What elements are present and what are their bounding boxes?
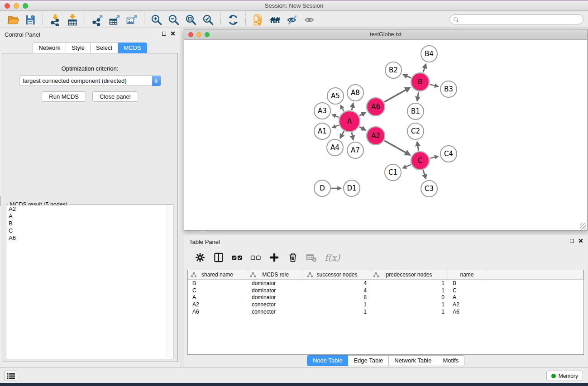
network-canvas[interactable]: B4B2BB3A5A8A6A3B1AA1C2A2A4A7C4CC1C3DD1 [184, 40, 587, 230]
cell-MCDS-role: connector [247, 301, 304, 308]
run-mcds-button[interactable]: Run MCDS [42, 91, 86, 102]
window-resize-grip[interactable] [580, 223, 586, 229]
panel-divider-grip[interactable] [0, 196, 1, 206]
edge-A-A5[interactable] [341, 105, 344, 111]
close-table-panel-icon[interactable] [578, 238, 583, 243]
node-label-C4: C4 [444, 150, 453, 158]
node-label-A8: A8 [351, 89, 360, 97]
edge-A-A4[interactable] [340, 131, 344, 138]
close-panel-button[interactable]: Close panel [92, 91, 138, 102]
cell-name: A2 [448, 301, 486, 308]
criterion-dropdown[interactable]: largest connected component (directed) [19, 76, 161, 86]
node-label-A1: A1 [318, 127, 327, 135]
close-panel-icon[interactable] [171, 31, 175, 36]
mcds-result-item[interactable]: C [7, 227, 167, 234]
zoom-fit-icon[interactable] [182, 13, 200, 27]
tab-motifs[interactable]: Motifs [437, 355, 464, 366]
table-row[interactable]: A6connector11A6 [188, 308, 583, 315]
import-table-icon[interactable] [64, 13, 81, 27]
memory-button[interactable]: Memory [546, 371, 583, 381]
zoom-out-icon[interactable] [165, 13, 182, 27]
tab-node-table[interactable]: Node Table [307, 355, 349, 366]
tab-style[interactable]: Style [66, 43, 91, 53]
edge-B-B1[interactable] [417, 92, 419, 101]
edge-B-B3[interactable] [430, 84, 438, 86]
column-type-icon [373, 272, 379, 279]
node-label-A5: A5 [331, 92, 340, 100]
tab-select[interactable]: Select [91, 43, 118, 53]
edge-A-A8[interactable] [352, 104, 353, 110]
cell-predecessor-nodes: 0 [370, 294, 448, 300]
mcds-result-item[interactable]: A6 [7, 234, 167, 242]
tab-network[interactable]: Network [33, 43, 66, 53]
deselect-all-unchecked-icon[interactable] [249, 250, 263, 265]
column-header-predecessor-nodes[interactable]: predecessor nodes [370, 270, 448, 279]
edge-A-A2[interactable] [359, 127, 365, 130]
open-session-icon[interactable] [5, 13, 22, 27]
edge-C-C2[interactable] [417, 142, 419, 151]
edge-A-A1[interactable] [333, 125, 339, 128]
refresh-icon[interactable] [225, 13, 242, 27]
search-field[interactable] [449, 14, 583, 24]
edge-B-B4[interactable] [423, 64, 426, 72]
node-label-D1: D1 [347, 184, 356, 192]
home-views-icon[interactable] [267, 13, 284, 27]
table-settings-gear-icon[interactable] [193, 250, 207, 265]
mcds-result-item[interactable]: A [7, 213, 167, 220]
table-row[interactable]: Bdominator41B [188, 280, 583, 287]
select-all-checked-icon[interactable] [230, 250, 244, 265]
tab-mcds[interactable]: MCDS [118, 43, 147, 53]
export-table-icon[interactable] [106, 13, 123, 27]
hide-selected-eye-icon[interactable] [284, 13, 301, 27]
add-column-plus-icon[interactable] [267, 250, 282, 265]
float-panel-icon[interactable] [162, 32, 166, 36]
edge-A6-B[interactable] [384, 88, 410, 102]
toolbar-separator [245, 13, 246, 27]
cell-successor-nodes: 8 [304, 294, 370, 300]
edge-A-A6[interactable] [359, 113, 365, 116]
mcds-result-item[interactable]: A2 [7, 205, 167, 213]
export-image-icon[interactable] [123, 13, 140, 27]
mcds-result-scrollbar[interactable] [167, 205, 172, 358]
edge-C-C4[interactable] [430, 157, 438, 158]
network-from-document-icon[interactable] [249, 13, 267, 27]
tab-edge-table[interactable]: Edge Table [348, 355, 389, 366]
zoom-selected-icon[interactable] [200, 13, 217, 27]
search-input[interactable] [461, 15, 583, 24]
table-row[interactable]: Adominator80A [188, 294, 583, 301]
table-row[interactable]: Cdominator41C [188, 287, 583, 294]
column-header-MCDS-role[interactable]: MCDS role [247, 270, 304, 279]
cell-successor-nodes: 1 [304, 309, 370, 315]
split-pane-grip[interactable] [199, 231, 206, 234]
edge-A2-C[interactable] [384, 141, 410, 155]
task-history-button[interactable] [5, 371, 17, 381]
dropdown-stepper-icon [152, 76, 161, 86]
delete-column-trash-icon[interactable] [286, 250, 300, 265]
zoom-in-icon[interactable] [148, 13, 165, 27]
column-header-successor-nodes[interactable]: successor nodes [304, 270, 370, 279]
cell-MCDS-role: dominator [247, 280, 304, 286]
cell-MCDS-role: connector [247, 309, 304, 315]
mcds-result-item[interactable]: B [7, 220, 167, 227]
node-label-D: D [320, 184, 325, 192]
save-session-icon[interactable] [22, 13, 39, 27]
edge-B-B2[interactable] [403, 75, 411, 78]
edge-A-A3[interactable] [332, 115, 339, 117]
edge-C-C1[interactable] [403, 165, 411, 168]
table-row[interactable]: A2connector11A2 [188, 301, 583, 308]
column-header-name[interactable]: name [448, 270, 486, 279]
export-network-icon[interactable] [89, 13, 106, 27]
show-all-eye-icon[interactable] [301, 13, 318, 27]
tab-network-table[interactable]: Network Table [389, 355, 437, 366]
float-table-panel-icon[interactable] [570, 239, 574, 243]
edge-C-C3[interactable] [423, 170, 426, 178]
edge-A-A7[interactable] [352, 132, 353, 139]
show-columns-icon[interactable] [211, 250, 226, 265]
status-bar: Memory [0, 367, 588, 383]
column-header-filler [486, 270, 583, 279]
network-window-titlebar[interactable]: testGlobe.txt [184, 29, 587, 40]
import-network-icon[interactable] [47, 13, 64, 27]
node-label-A4: A4 [330, 143, 339, 152]
mcds-result-list[interactable]: A2ABCA6 [7, 205, 167, 358]
column-header-shared-name[interactable]: shared name [188, 270, 247, 279]
